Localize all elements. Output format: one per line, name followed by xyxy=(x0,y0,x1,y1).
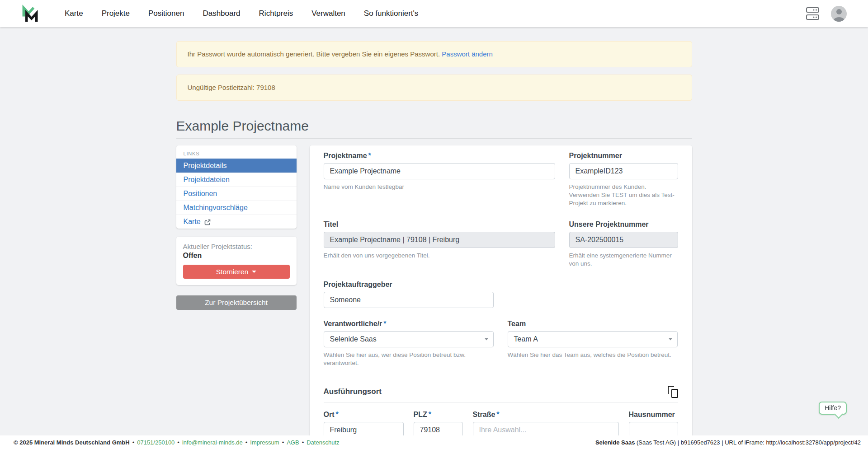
navbar-right xyxy=(806,6,847,22)
server-stack-icon[interactable] xyxy=(806,7,819,20)
sidebar-item-karte[interactable]: Karte xyxy=(176,215,297,229)
footer-separator: • xyxy=(282,439,284,446)
field-projektname: Projektname* Name vom Kunden festlegbar xyxy=(324,152,555,191)
team-select-value: Team A xyxy=(514,335,538,343)
projektname-helper: Name vom Kunden festlegbar xyxy=(324,183,555,191)
section-divider xyxy=(324,402,678,402)
field-plz: PLZ* xyxy=(414,411,463,438)
required-marker: * xyxy=(336,411,339,418)
project-status-card: Aktueller Projektstatus: Offen Storniere… xyxy=(176,237,297,285)
projektuebersicht-button-label: Zur Projektübersicht xyxy=(205,299,268,307)
footer-copyright: © 2025 Mineral Minds Deutschland GmbH xyxy=(14,439,130,446)
logo[interactable] xyxy=(20,3,40,24)
hausnummer-label: Hausnummer xyxy=(629,411,678,419)
footer: © 2025 Mineral Minds Deutschland GmbH • … xyxy=(0,435,868,449)
titel-helper: Erhält den von uns vorgegebenen Titel. xyxy=(324,252,555,260)
titel-label: Titel xyxy=(324,220,555,229)
sidebar: LINKS Projektdetails Projektdateien Posi… xyxy=(176,145,297,310)
nav-item-verwalten[interactable]: Verwalten xyxy=(311,9,345,18)
team-helper: Wählen Sie hier das Team aus, welches di… xyxy=(508,351,678,359)
verantwortlicher-select[interactable]: Selenide Saas xyxy=(324,331,494,347)
unsere-projektnummer-helper: Erhält eine systemgenerierte Nummer von … xyxy=(569,252,678,268)
user-avatar-icon[interactable] xyxy=(831,6,847,22)
sidebar-item-positionen[interactable]: Positionen xyxy=(176,187,297,201)
required-marker: * xyxy=(496,411,499,418)
top-navbar: Karte Projekte Positionen Dashboard Rich… xyxy=(0,0,868,27)
help-button[interactable]: Hilfe? xyxy=(819,402,847,415)
verantwortlicher-label: Verantwortliche/r xyxy=(324,320,382,327)
alert-password: Ihr Passwort wurde automatisch generiert… xyxy=(176,41,692,67)
external-link-icon xyxy=(204,219,211,225)
copy-icon[interactable] xyxy=(668,386,678,398)
projektuebersicht-button[interactable]: Zur Projektübersicht xyxy=(176,295,297,310)
sidebar-item-label: Projektdateien xyxy=(184,176,230,184)
field-projektnummer: Projektnummer Projektnummer des Kunden. … xyxy=(569,152,678,208)
title-divider xyxy=(176,138,692,139)
projektnummer-label: Projektnummer xyxy=(569,152,678,160)
field-titel: Titel Erhält den von uns vorgegebenen Ti… xyxy=(324,220,555,260)
strasse-label: Straße xyxy=(473,411,495,418)
sidebar-item-projektdateien[interactable]: Projektdateien xyxy=(176,173,297,187)
footer-link-datenschutz[interactable]: Datenschutz xyxy=(307,439,339,446)
ort-label: Ort xyxy=(324,411,335,418)
nav-item-karte[interactable]: Karte xyxy=(65,9,83,18)
ausfuehrungsort-section-header: Ausführungsort xyxy=(324,386,678,398)
stornieren-button[interactable]: Stornieren xyxy=(183,265,290,279)
projektnummer-input[interactable] xyxy=(569,163,678,179)
sidebar-item-label: Karte xyxy=(184,218,201,226)
sidebar-item-matchingvorschlaege[interactable]: Matchingvorschläge xyxy=(176,201,297,215)
alert-password-text: Ihr Passwort wurde automatisch generiert… xyxy=(188,50,440,58)
main-nav: Karte Projekte Positionen Dashboard Rich… xyxy=(65,9,418,18)
footer-session-details: (Saas Test AG) | b91695ed7623 | URL of i… xyxy=(635,439,861,446)
chevron-down-icon xyxy=(485,338,488,341)
projektauftraggeber-input[interactable] xyxy=(324,292,494,308)
nav-item-richtpreis[interactable]: Richtpreis xyxy=(259,9,293,18)
footer-link-phone[interactable]: 07151/250100 xyxy=(137,439,175,446)
sidebar-links-header: LINKS xyxy=(176,145,297,159)
required-marker: * xyxy=(383,320,386,327)
footer-link-impressum[interactable]: Impressum xyxy=(250,439,279,446)
plz-label: PLZ xyxy=(414,411,427,418)
alert-invalid-plz-text: Ungültige Postleitzahl: 79108 xyxy=(188,84,275,91)
logo-icon xyxy=(20,3,40,24)
footer-link-agb[interactable]: AGB xyxy=(287,439,299,446)
project-details-card: Projektname* Name vom Kunden festlegbar … xyxy=(310,145,692,449)
projektname-label: Projektname xyxy=(324,152,367,159)
titel-input xyxy=(324,232,555,248)
caret-down-icon xyxy=(252,271,256,273)
team-select[interactable]: Team A xyxy=(508,331,678,347)
team-label: Team xyxy=(508,320,678,328)
footer-left: © 2025 Mineral Minds Deutschland GmbH • … xyxy=(14,439,340,446)
sidebar-links-card: LINKS Projektdetails Projektdateien Posi… xyxy=(176,145,297,229)
status-label: Aktueller Projektstatus: xyxy=(183,243,290,250)
projektnummer-helper: Projektnummer des Kunden. Verwenden Sie … xyxy=(569,183,678,208)
unsere-projektnummer-label: Unsere Projektnummer xyxy=(569,220,678,229)
footer-separator: • xyxy=(245,439,248,446)
ausfuehrungsort-heading: Ausführungsort xyxy=(324,387,382,396)
field-unsere-projektnummer: Unsere Projektnummer Erhält eine systemg… xyxy=(569,220,678,268)
footer-link-email[interactable]: info@mineral-minds.de xyxy=(182,439,243,446)
projektname-input[interactable] xyxy=(324,163,555,179)
footer-separator: • xyxy=(302,439,304,446)
nav-item-so-funktionierts[interactable]: So funktioniert's xyxy=(364,9,418,18)
status-value: Offen xyxy=(183,252,290,260)
footer-separator: • xyxy=(177,439,179,446)
alert-password-change-link[interactable]: Passwort ändern xyxy=(442,50,493,58)
footer-separator: • xyxy=(132,439,135,446)
footer-session-info: Selenide Saas (Saas Test AG) | b91695ed7… xyxy=(595,439,861,446)
field-ort: Ort* xyxy=(324,411,404,438)
verantwortlicher-select-value: Selenide Saas xyxy=(330,335,377,343)
page-title: Example Projectname xyxy=(176,118,692,134)
required-marker: * xyxy=(429,411,431,418)
footer-username: Selenide Saas xyxy=(595,439,635,446)
unsere-projektnummer-input xyxy=(569,232,678,248)
sidebar-item-projektdetails[interactable]: Projektdetails xyxy=(176,159,297,173)
projektauftraggeber-label: Projektauftraggeber xyxy=(324,281,494,289)
field-team: Team Team A Wählen Sie hier das Team aus… xyxy=(508,320,678,359)
sidebar-item-label: Matchingvorschläge xyxy=(184,204,248,212)
nav-item-projekte[interactable]: Projekte xyxy=(102,9,130,18)
nav-item-positionen[interactable]: Positionen xyxy=(148,9,184,18)
sidebar-item-label: Projektdetails xyxy=(184,162,227,170)
field-hausnummer: Hausnummer xyxy=(629,411,678,438)
nav-item-dashboard[interactable]: Dashboard xyxy=(203,9,240,18)
